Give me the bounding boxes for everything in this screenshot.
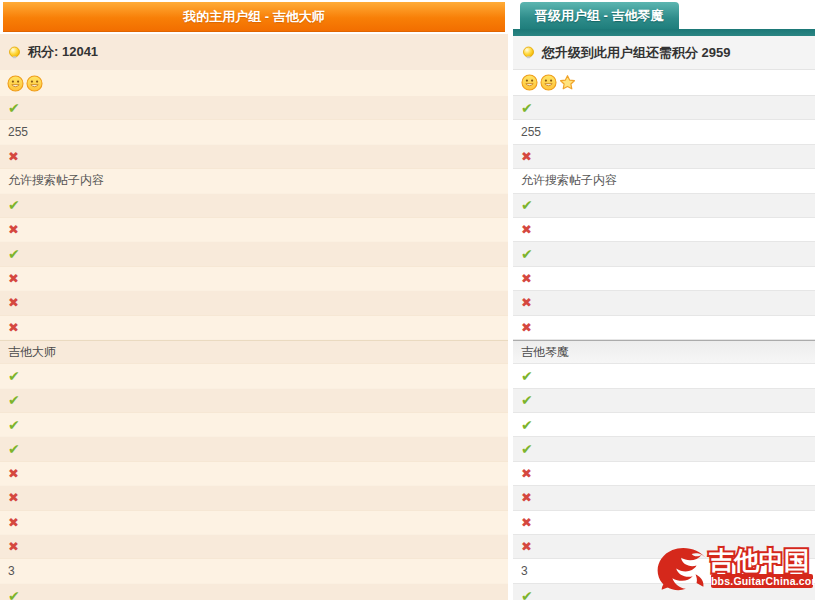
permission-row: ✔ [0,389,508,413]
check-icon: ✔ [8,418,20,432]
points-bulb-icon [8,46,21,59]
permission-row: 允许搜索帖子内容 [513,169,815,193]
cross-icon: ✖ [521,540,532,553]
group-name-row: 吉他大师 [0,340,508,364]
permission-rows: ✔255✖允许搜索帖子内容✔✖✔✖✖✖吉他琴魔✔✔✔✔✖✖✖✖3✔ [513,96,815,600]
permission-row: ✖ [513,316,815,340]
permission-row: ✖ [513,267,815,291]
permission-row: ✔ [0,96,508,120]
check-icon: ✔ [521,418,533,432]
permission-row: ✖ [0,218,508,242]
check-icon: ✔ [521,247,533,261]
cross-icon: ✖ [8,540,19,553]
permission-row: ✖ [0,267,508,291]
permission-row: ✔ [0,194,508,218]
smiley-icon [540,74,557,91]
current-group-header: 我的主用户组 - 吉他大师 [3,2,505,32]
cross-icon: ✖ [8,491,19,504]
cross-icon: ✖ [521,467,532,480]
permission-row: ✔ [513,389,815,413]
watermark-text-block: 吉他中国 bbs.GuitarChina.com [705,544,813,588]
cross-icon: ✖ [8,272,19,285]
smiley-icon [7,75,24,92]
permission-row: ✔ [0,437,508,461]
guitarchina-dragon-logo-icon [653,544,713,592]
upgrade-tab-strip: 晋级用户组 - 吉他琴魔 [513,0,815,29]
permission-row: ✖ [513,145,815,169]
check-icon: ✔ [8,442,20,456]
permission-row: ✖ [0,291,508,315]
tab-underline-bar [513,29,815,36]
check-icon: ✔ [8,589,20,600]
permission-row: 255 [0,120,508,144]
check-icon: ✔ [521,393,533,407]
permission-value: 3 [8,564,15,578]
permission-value: 255 [8,125,28,139]
smiley-icon [521,74,538,91]
star-icon [559,74,576,91]
permission-row: ✖ [513,462,815,486]
permission-row: ✔ [0,364,508,388]
site-watermark: 吉他中国 bbs.GuitarChina.com [653,544,815,592]
cross-icon: ✖ [8,516,19,529]
permission-value: 255 [521,125,541,139]
group-level-icons [513,70,815,96]
permission-row: ✔ [513,413,815,437]
permission-value: 允许搜索帖子内容 [521,172,617,189]
cross-icon: ✖ [8,321,19,334]
permission-row: ✖ [513,486,815,510]
cross-icon: ✖ [8,467,19,480]
check-icon: ✔ [521,101,533,115]
tab-upgrade-group[interactable]: 晋级用户组 - 吉他琴魔 [520,2,679,29]
cross-icon: ✖ [521,321,532,334]
permission-row: ✖ [513,511,815,535]
upgrade-points-row: 您升级到此用户组还需积分 2959 [513,36,815,70]
upgrade-points-text: 您升级到此用户组还需积分 2959 [542,44,731,62]
permission-row: ✖ [0,486,508,510]
check-icon: ✔ [521,198,533,212]
group-name-row: 吉他琴魔 [513,340,815,364]
cross-icon: ✖ [521,491,532,504]
current-group-body: 积分: 12041 ✔255✖允许搜索帖子内容✔✖✔✖✖✖吉他大师✔✔✔✔✖✖✖… [0,34,508,600]
permission-row: 允许搜索帖子内容 [0,169,508,193]
group-name: 吉他琴魔 [521,344,569,361]
permission-row: ✔ [0,242,508,266]
permission-row: ✖ [0,535,508,559]
check-icon: ✔ [521,369,533,383]
cross-icon: ✖ [521,516,532,529]
permission-row: ✔ [513,96,815,120]
watermark-site-name: 吉他中国 [709,546,809,574]
permission-rows: ✔255✖允许搜索帖子内容✔✖✔✖✖✖吉他大师✔✔✔✔✖✖✖✖3✔ [0,96,508,600]
upgrade-group-panel: 晋级用户组 - 吉他琴魔 您升级到此用户组还需积分 2959 ✔255✖允许搜索… [513,0,815,600]
permission-row: ✔ [513,194,815,218]
permission-row: ✖ [513,291,815,315]
cross-icon: ✖ [521,150,532,163]
points-text: 积分: 12041 [28,43,98,61]
permission-row: ✔ [513,242,815,266]
permission-row: ✔ [513,364,815,388]
permission-row: ✔ [513,437,815,461]
check-icon: ✔ [8,369,20,383]
smiley-icon [26,75,43,92]
permission-row: 3 [0,559,508,583]
group-level-icons [0,70,508,96]
check-icon: ✔ [8,393,20,407]
cross-icon: ✖ [8,223,19,236]
cross-icon: ✖ [521,272,532,285]
permission-row: 255 [513,120,815,144]
permission-row: ✖ [0,511,508,535]
check-icon: ✔ [8,101,20,115]
permission-value: 允许搜索帖子内容 [8,172,104,189]
permission-row: ✔ [0,584,508,600]
points-bulb-icon [522,46,535,59]
points-row: 积分: 12041 [0,34,508,70]
check-icon: ✔ [521,442,533,456]
cross-icon: ✖ [521,296,532,309]
permission-row: ✖ [0,145,508,169]
cross-icon: ✖ [8,296,19,309]
permission-row: ✖ [513,218,815,242]
check-icon: ✔ [521,589,533,600]
group-name: 吉他大师 [8,344,56,361]
permission-row: ✔ [0,413,508,437]
cross-icon: ✖ [8,150,19,163]
